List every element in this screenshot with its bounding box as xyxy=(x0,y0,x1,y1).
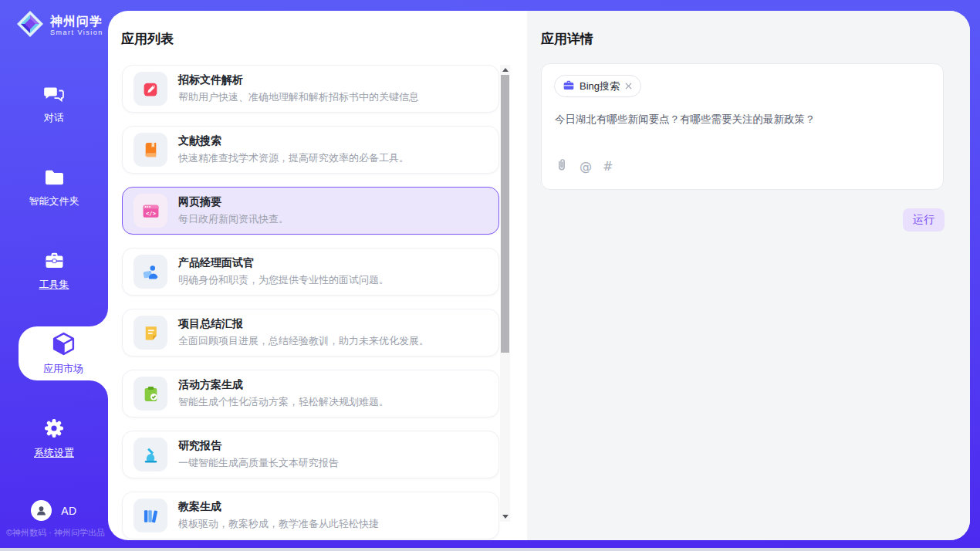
sidebar-item-label: 智能文件夹 xyxy=(29,194,79,208)
app-name: 产品经理面试官 xyxy=(178,256,389,270)
scroll-up-icon[interactable] xyxy=(502,68,509,72)
note-icon xyxy=(133,316,167,350)
briefcase-icon xyxy=(563,79,574,93)
app-detail-panel: 应用详情 Bing搜索 今日湖北有哪些新闻要点？有哪些需要关注的最新政策？ xyxy=(527,11,970,540)
selected-bubble-fillet-top xyxy=(90,308,108,326)
app-description: 帮助用户快速、准确地理解和解析招标书中的关键信息 xyxy=(178,90,419,104)
app-card[interactable]: 研究报告 一键智能生成高质量长文本研究报告 xyxy=(122,431,499,478)
hashtag-icon[interactable]: # xyxy=(603,159,613,174)
bid-edit-icon xyxy=(133,72,167,106)
sidebar-item-toolset[interactable]: 工具集 xyxy=(0,251,108,292)
person-icon xyxy=(35,504,48,517)
app-description: 智能生成个性化活动方案，轻松解决规划难题。 xyxy=(178,395,389,409)
app-name: 活动方案生成 xyxy=(178,378,389,392)
bottom-edge xyxy=(0,548,980,551)
app-card[interactable]: 项目总结汇报 全面回顾项目进展，总结经验教训，助力未来优化发展。 xyxy=(122,309,499,357)
sidebar-item-settings[interactable]: 系统设置 xyxy=(0,418,108,460)
run-button[interactable]: 运行 xyxy=(903,208,945,232)
chat-icon xyxy=(44,84,65,106)
scroll-down-icon[interactable] xyxy=(502,515,509,519)
app-description: 快速精准查找学术资源，提高研究效率的必备工具。 xyxy=(178,151,409,165)
sidebar-item-label: 对话 xyxy=(44,111,64,125)
main-panel: 应用列表 招标文件解析 帮助用户快速、准确地理解和解析招标书中的关键信息 文献搜… xyxy=(108,11,970,540)
app-card[interactable]: 文献搜索 快速精准查找学术资源，提高研究效率的必备工具。 xyxy=(122,126,499,174)
clipboard-check-icon xyxy=(133,377,167,411)
brand-title: 神州问学 xyxy=(50,15,103,29)
cube-icon xyxy=(52,331,76,360)
app-description: 一键智能生成高质量长文本研究报告 xyxy=(178,456,339,470)
close-icon[interactable] xyxy=(625,83,632,90)
app-name: 文献搜索 xyxy=(178,134,409,148)
app-name: 项目总结汇报 xyxy=(178,317,429,331)
prompt-input[interactable]: 今日湖北有哪些新闻要点？有哪些需要关注的最新政策？ xyxy=(555,112,931,127)
sidebar: 神州问学 Smart Vision 对话 智能文件夹 xyxy=(0,0,108,551)
microscope-icon xyxy=(133,438,167,472)
book-icon xyxy=(133,133,167,167)
app-description: 全面回顾项目进展，总结经验教训，助力未来优化发展。 xyxy=(178,334,429,348)
user-name: AD xyxy=(61,505,76,517)
app-list-scrollbar[interactable] xyxy=(500,65,510,522)
svg-text:</>: </> xyxy=(145,209,156,216)
app-list-title: 应用列表 xyxy=(121,30,174,48)
tool-tag-label: Bing搜索 xyxy=(580,79,620,93)
app-name: 研究报告 xyxy=(178,439,339,453)
gear-icon xyxy=(44,418,64,441)
avatar xyxy=(31,500,52,521)
app-card[interactable]: 招标文件解析 帮助用户快速、准确地理解和解析招标书中的关键信息 xyxy=(122,65,499,113)
selected-bubble-fillet-bottom xyxy=(90,380,108,399)
sidebar-item-label: 系统设置 xyxy=(34,446,74,460)
app-detail-title: 应用详情 xyxy=(541,30,593,48)
sidebar-item-smart-folder[interactable]: 智能文件夹 xyxy=(0,168,108,208)
prompt-card: Bing搜索 今日湖北有哪些新闻要点？有哪些需要关注的最新政策？ @ # xyxy=(541,63,944,190)
prompt-toolbar: @ # xyxy=(555,157,613,175)
app-card[interactable]: 活动方案生成 智能生成个性化活动方案，轻松解决规划难题。 xyxy=(122,370,499,417)
scrollbar-thumb[interactable] xyxy=(501,75,509,353)
mention-icon[interactable]: @ xyxy=(580,159,592,174)
sidebar-item-app-market[interactable]: 应用市场 xyxy=(19,326,108,380)
app-description: 每日政府新闻资讯快查。 xyxy=(178,212,289,226)
sidebar-footer: ©神州数码 · 神州问学出品 xyxy=(6,527,108,539)
app-description: 明确身份和职责，为您提供专业性的面试问题。 xyxy=(178,273,389,287)
app-name: 网页摘要 xyxy=(178,195,289,209)
toolbox-icon xyxy=(44,251,65,273)
attachment-icon[interactable] xyxy=(555,157,569,175)
app-card[interactable]: 产品经理面试官 明确身份和职责，为您提供专业性的面试问题。 xyxy=(122,248,499,296)
sidebar-item-label: 应用市场 xyxy=(43,362,83,376)
app-description: 模板驱动，教案秒成，教学准备从此轻松快捷 xyxy=(178,517,379,531)
brand-subtitle: Smart Vision xyxy=(50,29,103,36)
browser-code-icon: </> xyxy=(133,194,167,228)
user-account[interactable]: AD xyxy=(0,500,108,521)
books-icon xyxy=(133,499,167,532)
app-name: 招标文件解析 xyxy=(178,73,419,87)
interviewer-icon xyxy=(133,255,167,289)
app-name: 教案生成 xyxy=(178,500,379,514)
folder-icon xyxy=(44,168,65,190)
sidebar-item-label: 工具集 xyxy=(39,278,69,292)
app-card[interactable]: </> 网页摘要 每日政府新闻资讯快查。 xyxy=(122,187,499,235)
app-card[interactable]: 教案生成 模板驱动，教案秒成，教学准备从此轻松快捷 xyxy=(122,492,499,539)
logo-diamond-icon xyxy=(15,9,45,42)
tool-tag-bing-search[interactable]: Bing搜索 xyxy=(554,75,641,97)
app-window: 神州问学 Smart Vision 对话 智能文件夹 xyxy=(0,0,980,551)
sidebar-item-chat[interactable]: 对话 xyxy=(0,84,108,125)
brand-logo: 神州问学 Smart Vision xyxy=(15,9,103,42)
app-list: 招标文件解析 帮助用户快速、准确地理解和解析招标书中的关键信息 文献搜索 快速精… xyxy=(122,65,499,539)
